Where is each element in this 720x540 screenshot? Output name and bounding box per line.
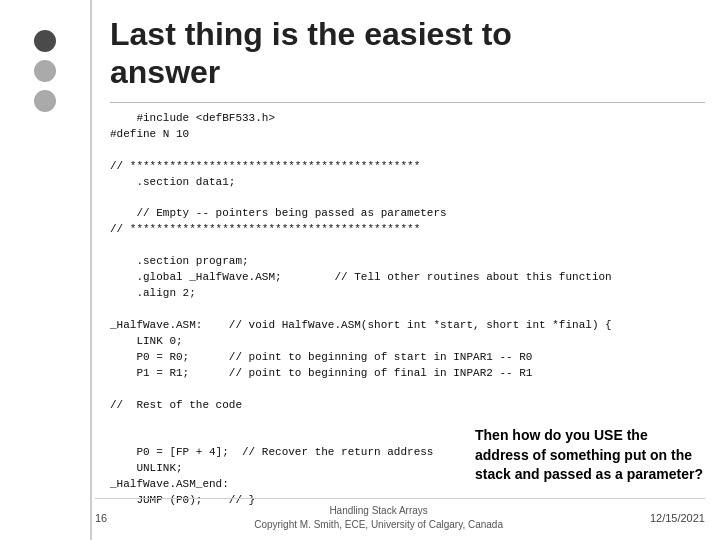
title-divider xyxy=(110,102,705,103)
slide-title: Last thing is the easiest to answer xyxy=(110,15,705,92)
callout-text: Then how do you USE the address of somet… xyxy=(475,427,703,482)
footer-page-number: 16 xyxy=(95,512,107,524)
footer-center-line2: Copyright M. Smith, ECE, University of C… xyxy=(254,519,503,530)
footer-date: 12/15/2021 xyxy=(650,512,705,524)
sidebar xyxy=(0,0,90,540)
dot-1 xyxy=(34,30,56,52)
footer-center: Handling Stack Arrays Copyright M. Smith… xyxy=(254,504,503,532)
footer: 16 Handling Stack Arrays Copyright M. Sm… xyxy=(95,498,705,532)
title-line2: answer xyxy=(110,54,220,90)
dot-3 xyxy=(34,90,56,112)
title-line1: Last thing is the easiest to xyxy=(110,16,512,52)
sidebar-divider xyxy=(90,0,92,540)
main-content: Last thing is the easiest to answer #inc… xyxy=(95,0,720,540)
dot-2 xyxy=(34,60,56,82)
footer-center-line1: Handling Stack Arrays xyxy=(329,505,427,516)
callout-box: Then how do you USE the address of somet… xyxy=(475,426,705,485)
